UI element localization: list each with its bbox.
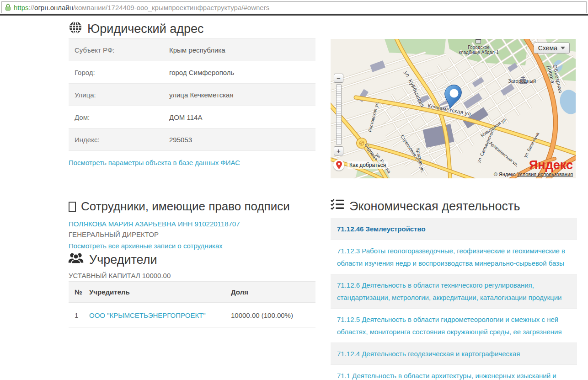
employee-person-link[interactable]: ПОЛЯКОВА МАРИЯ АЗАРЬЕВНА ИНН 91022011870… [69,220,240,228]
location-pin-icon[interactable] [444,85,462,112]
employee-position: ГЕНЕРАЛЬНЫЙ ДИРЕКТОР [69,230,159,238]
activity-link[interactable]: 71.12.3 Работы геологоразведочные, геофи… [337,247,565,267]
https-lock-icon [5,4,11,11]
activity-link[interactable]: 71.12.5 Деятельность в области гидромете… [337,316,562,336]
fias-link[interactable]: Посмотреть параметры объекта в базе данн… [69,159,240,166]
map-label: Городское кладбище Абдал-1 [451,45,506,55]
section-title: Экономическая деятельность [349,199,520,214]
employees-archive-link[interactable]: Посмотреть все архивные записи о сотрудн… [69,242,223,250]
employees-heading: Сотрудники, имеющие право подписи [69,199,290,214]
activity-link[interactable]: 71.12.6 Деятельность в области техническ… [337,281,561,301]
list-item: 71.12.3 Работы геологоразведочные, геофи… [331,240,577,274]
zip-value: 295053 [169,136,192,144]
col-header-founder: Учредитель [89,282,231,303]
table-row: Субъект РФ: Крым республика [69,39,315,61]
url-scheme: https [14,4,29,11]
map-type-button[interactable]: Схема [534,43,570,54]
list-item: 71.12.46 Землеустройство [331,218,577,240]
terms-link[interactable]: Условия использования [517,171,573,177]
founder-number: 1 [69,303,89,328]
task-list-icon [331,198,344,214]
list-item: 71.12.4 Деятельность геодезическая и кар… [331,343,577,365]
col-header-share: Доля [231,282,315,303]
zoom-slider[interactable] [336,84,342,145]
table-row: Индекс: 295053 [69,128,315,151]
url-bar[interactable]: https://огрн.онлайн/компании/1724409-ооо… [1,1,587,13]
founders-heading: Учредители [68,252,157,268]
activities-heading: Экономическая деятельность [331,198,520,214]
copyright-text: © Яндекс [494,171,516,177]
list-item: 71.1 Деятельность в области архитектуры,… [331,365,577,380]
region-link[interactable]: Крым республика [169,46,225,54]
table-row: Дом: ДОМ 114А [69,106,315,128]
list-item: 71.12.6 Деятельность в области техническ… [331,274,577,309]
activity-link[interactable]: 71.12.4 Деятельность геодезическая и кар… [337,350,520,358]
map-attribution: © Яндекс Условия использования [494,171,573,177]
globe-icon [69,21,82,37]
placeholder-square-icon [69,202,76,212]
street-link[interactable]: улица Кечкеметская [169,91,234,99]
col-header-number: № [69,282,89,303]
activity-link[interactable]: 71.12.46 Землеустройство [337,225,426,233]
charter-capital: УСТАВНЫЙ КАПИТАЛ 10000.00 [69,272,171,279]
url-separator: :// [29,4,35,11]
url-path: /компании/1724409-ооо_крымпроектинфрастр… [73,4,269,11]
browser-chrome-band [0,14,588,16]
table-row: Город: город Симферополь [69,61,315,84]
directions-button[interactable]: Как добраться [333,160,388,171]
table-row: Улица: улица Кечкеметская [69,84,315,106]
map-type-label: Схема [538,44,557,52]
zoom-out-button[interactable]: − [334,74,343,83]
row-label: Дом: [69,113,169,121]
section-title: Учредители [89,253,157,267]
activities-list: 71.12.46 Землеустройство 71.12.3 Работы … [331,218,577,380]
legal-address-heading: Юридический адрес [69,21,204,37]
directions-label: Как добраться [347,161,388,169]
row-label: Субъект РФ: [69,46,169,54]
url-domain: огрн.онлайн [34,4,73,11]
row-label: Улица: [69,91,169,99]
cemetery-icon [476,39,481,43]
zoom-in-button[interactable]: + [334,146,343,155]
founders-table: № Учредитель Доля 1 ООО "КРЫМСЕТЬЭНЕРГОП… [69,281,315,328]
founder-link[interactable]: ООО "КРЫМСЕТЬЭНЕРГОПРОЕКТ" [89,311,206,319]
list-item: 71.12.5 Деятельность в области гидромете… [331,309,577,343]
chevron-down-icon [561,47,565,49]
city-link[interactable]: город Симферополь [169,69,234,76]
map-label: Загородный [508,78,536,84]
section-title: Юридический адрес [87,22,204,36]
users-icon [68,252,84,268]
row-label: Индекс: [69,136,169,144]
address-table: Субъект РФ: Крым республика Город: город… [69,38,315,151]
yandex-map[interactable]: Городское кладбище Абдал-1 Загородный Об… [331,39,576,178]
house-value: ДОМ 114А [169,113,202,121]
row-label: Город: [69,69,169,76]
founder-share: 10000.00 (100.00%) [231,303,315,328]
table-row: 1 ООО "КРЫМСЕТЬЭНЕРГОПРОЕКТ" 10000.00 (1… [69,303,315,328]
map-zoom-control: − + [334,74,344,155]
section-title: Сотрудники, имеющие право подписи [81,199,290,214]
table-header-row: № Учредитель Доля [69,282,315,303]
activity-link[interactable]: 71.1 Деятельность в области архитектуры,… [337,372,556,380]
red-pin-icon [333,160,344,171]
yandex-logo[interactable]: Яндекс [529,158,573,172]
